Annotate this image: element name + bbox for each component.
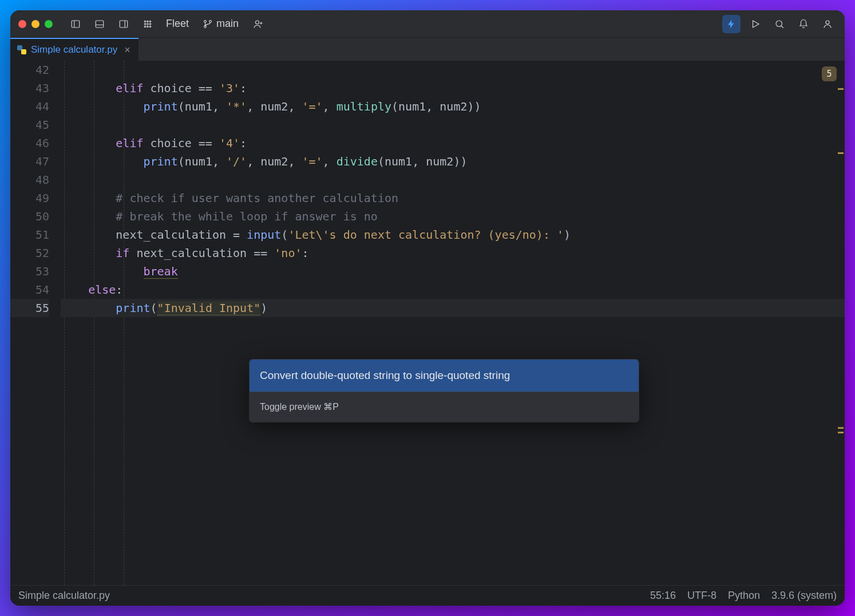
- line-number-gutter: 4243444546474849505152535455: [10, 61, 57, 585]
- branch-name: main: [216, 18, 239, 30]
- git-branch-icon: [203, 19, 213, 29]
- svg-point-8: [149, 21, 151, 22]
- code-area[interactable]: 5 elif choice == '3': print(num1, '*', n…: [57, 61, 845, 585]
- line-number: 50: [10, 207, 49, 226]
- svg-point-9: [144, 23, 145, 24]
- code-line[interactable]: if next_calculation == 'no':: [61, 244, 845, 262]
- code-line[interactable]: next_calculation = input('Let\'s do next…: [61, 226, 845, 244]
- code-line[interactable]: [61, 171, 845, 189]
- code-line[interactable]: else:: [61, 281, 845, 299]
- line-number: 48: [10, 171, 49, 189]
- code-line[interactable]: print(num1, '*', num2, '=', multiply(num…: [61, 97, 845, 116]
- line-number: 45: [10, 116, 49, 134]
- code-line[interactable]: print("Invalid Input"): [61, 299, 845, 317]
- code-line[interactable]: # check if user wants another calculatio…: [61, 189, 845, 207]
- line-number: 43: [10, 79, 49, 97]
- code-line[interactable]: print(num1, '/', num2, '=', divide(num1,…: [61, 152, 845, 171]
- titlebar: Fleet main: [10, 10, 845, 38]
- svg-point-13: [147, 26, 148, 27]
- tab-filename: Simple calculator.py: [31, 44, 117, 56]
- line-number: 49: [10, 189, 49, 207]
- svg-point-12: [144, 26, 145, 27]
- svg-line-23: [781, 26, 783, 28]
- app-window: Fleet main Simple calculator.py × 424344…: [10, 10, 845, 606]
- line-number: 53: [10, 262, 49, 281]
- svg-point-18: [256, 21, 259, 24]
- status-bar: Simple calculator.py 55:16 UTF-8 Python …: [10, 585, 845, 606]
- svg-rect-2: [96, 21, 104, 27]
- svg-point-24: [826, 21, 829, 24]
- editor-tab[interactable]: Simple calculator.py ×: [10, 38, 138, 61]
- add-user-icon[interactable]: [249, 15, 267, 33]
- app-grid-icon[interactable]: [138, 15, 157, 33]
- app-name[interactable]: Fleet: [166, 18, 189, 30]
- account-icon[interactable]: [818, 15, 837, 33]
- intention-action-item[interactable]: Convert double-quoted string to single-q…: [250, 360, 639, 392]
- panel-left-icon[interactable]: [66, 15, 85, 33]
- svg-point-14: [149, 26, 151, 27]
- svg-point-17: [209, 20, 212, 22]
- code-line[interactable]: break: [61, 262, 845, 281]
- svg-point-10: [147, 23, 148, 24]
- git-branch-button[interactable]: main: [203, 18, 239, 30]
- line-number: 55: [10, 299, 49, 317]
- panel-bottom-icon[interactable]: [90, 15, 109, 33]
- code-line[interactable]: # break the while loop if answer is no: [61, 207, 845, 226]
- window-minimize-button[interactable]: [31, 20, 39, 28]
- code-line[interactable]: [61, 116, 845, 134]
- python-file-icon: [17, 45, 26, 54]
- smart-mode-icon[interactable]: [722, 15, 741, 33]
- window-maximize-button[interactable]: [45, 20, 53, 28]
- intention-popup: Convert double-quoted string to single-q…: [250, 360, 639, 422]
- line-number: 46: [10, 134, 49, 152]
- tabbar: Simple calculator.py ×: [10, 38, 845, 61]
- intention-popup-footer: Toggle preview ⌘P: [250, 392, 639, 422]
- code-line[interactable]: elif choice == '4':: [61, 134, 845, 152]
- traffic-lights: [18, 20, 53, 28]
- svg-point-6: [144, 21, 145, 22]
- window-close-button[interactable]: [18, 20, 26, 28]
- svg-point-22: [776, 21, 782, 27]
- panel-right-icon[interactable]: [114, 15, 133, 33]
- line-number: 42: [10, 61, 49, 79]
- tab-close-icon[interactable]: ×: [124, 44, 130, 56]
- line-number: 51: [10, 226, 49, 244]
- status-cursor-position[interactable]: 55:16: [650, 590, 676, 602]
- line-number: 52: [10, 244, 49, 262]
- code-line[interactable]: elif choice == '3':: [61, 79, 845, 97]
- status-file[interactable]: Simple calculator.py: [18, 590, 110, 602]
- svg-point-11: [149, 23, 151, 24]
- line-number: 54: [10, 281, 49, 299]
- svg-point-15: [204, 20, 207, 22]
- run-icon[interactable]: [746, 15, 765, 33]
- status-language[interactable]: Python: [728, 590, 760, 602]
- status-encoding[interactable]: UTF-8: [687, 590, 717, 602]
- svg-marker-21: [753, 21, 759, 27]
- search-icon[interactable]: [770, 15, 789, 33]
- svg-point-7: [147, 21, 148, 22]
- svg-rect-0: [72, 21, 80, 27]
- status-runtime[interactable]: 3.9.6 (system): [771, 590, 837, 602]
- line-number: 47: [10, 152, 49, 171]
- line-number: 44: [10, 97, 49, 116]
- code-line[interactable]: [61, 61, 845, 79]
- svg-rect-4: [120, 21, 128, 27]
- code-editor[interactable]: 4243444546474849505152535455 5 elif choi…: [10, 61, 845, 585]
- notifications-icon[interactable]: [794, 15, 813, 33]
